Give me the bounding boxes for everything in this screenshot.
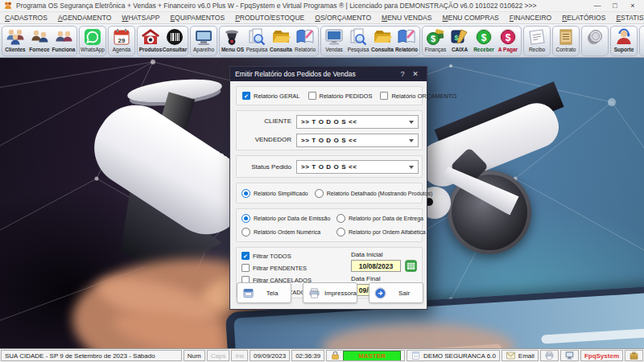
status-monitor-button[interactable]	[560, 350, 579, 361]
dialog-button[interactable]: Tela	[237, 282, 291, 303]
svg-text:$: $	[506, 31, 511, 43]
menu-item[interactable]: PRODUTO/ESTOQUE	[235, 14, 304, 22]
data-inicial-field[interactable]: 10/08/2023	[351, 260, 401, 272]
format-group: Relatório Simplificado Relatório Detalha…	[236, 183, 423, 204]
staff-icon	[54, 27, 73, 47]
dialog-button[interactable]: Impressora	[303, 282, 357, 303]
dialog-help-button[interactable]: ?	[396, 70, 409, 78]
toolbar-button-label: Vendas	[325, 47, 343, 52]
menu-bar: CADASTROS AGENDAMENTO WHATSAPP EQUIPAMEN…	[0, 12, 644, 24]
format-radio[interactable]: Relatório Simplificado	[242, 189, 308, 198]
status-printer-button[interactable]	[540, 350, 559, 361]
cliente-combobox[interactable]: >> T O D O S <<	[296, 115, 419, 129]
toolbar-button-label: Consulta	[371, 47, 394, 52]
vendedor-label: VENDEDOR	[242, 136, 291, 143]
toolbar-button-products[interactable]: Produtos	[138, 27, 163, 52]
toolbar-button-search-doc[interactable]: Pesquisa	[346, 27, 370, 52]
toolbar-button-label: Pesquisa	[348, 47, 369, 52]
supplier-icon	[30, 27, 49, 47]
dialog-button[interactable]: Sair	[369, 282, 423, 303]
status-filter-checkbox[interactable]: Filtrar TODOS	[242, 252, 312, 260]
status-date: 09/09/2023	[250, 350, 290, 361]
status-num-lock: Num	[184, 350, 205, 361]
toolbar-button-staff[interactable]: Funciona	[52, 27, 76, 52]
svg-text:$: $	[481, 31, 487, 43]
toolbar-button-label: Recibo	[529, 47, 545, 52]
toolbar-button-calendar[interactable]: 29Agenda	[109, 27, 134, 52]
menu-item[interactable]: WHATSAPP	[122, 14, 159, 22]
toolbar-button-report[interactable]: Relatório	[394, 27, 419, 52]
status-pedido-combobox[interactable]: >> T O D O S <<	[296, 160, 419, 174]
status-email-button[interactable]: Email	[502, 350, 539, 361]
menu-item[interactable]: OS/ORÇAMENTO	[315, 14, 371, 22]
toolbar-button-label: Consulta	[270, 47, 292, 52]
menu-item[interactable]: FINANCEIRO	[510, 14, 551, 22]
toolbar-button-coin[interactable]	[583, 27, 607, 47]
dialog-title-bar[interactable]: Emitir Relatório dos Pedidos de Vendas ?…	[230, 67, 427, 81]
window-title: Programa OS Segurança Eletrônica + Venda…	[16, 2, 584, 10]
toolbar-button-report[interactable]: Relatório	[293, 27, 317, 52]
folder-icon	[373, 27, 392, 47]
vendedor-combobox[interactable]: >> T O D O S <<	[296, 134, 419, 147]
toolbar-button-finance[interactable]: $Finanças	[423, 27, 448, 52]
toolbar-button-label: Produtos	[139, 47, 163, 52]
menu-item[interactable]: MENU VENDAS	[382, 14, 431, 22]
toolbar-button-clients[interactable]: Clientes	[3, 27, 27, 52]
toolbar-group: ProdutosConsultar	[137, 26, 188, 56]
toolbar-button-pay[interactable]: $A Pagar	[496, 27, 520, 52]
menu-item[interactable]: MENU COMPRAS	[442, 14, 498, 22]
report-type-checkbox[interactable]: Relatório GERAL	[242, 92, 300, 100]
contract-icon	[556, 27, 576, 47]
receipt-icon	[527, 27, 547, 47]
toolbar-button-search-doc[interactable]: Pesquisa	[245, 27, 269, 52]
toolbar-button-label: Clientes	[5, 47, 25, 52]
exit-arrow-icon	[374, 287, 386, 299]
report-type-group: Relatório GERAL Relatório PEDIDOS Relató…	[236, 86, 423, 105]
menu-item[interactable]: EQUIPAMENTOS	[170, 14, 225, 22]
checkbox-icon	[242, 252, 250, 260]
maximize-button[interactable]: □	[607, 1, 623, 11]
radio-icon	[242, 228, 250, 237]
report-icon	[295, 27, 315, 47]
menu-item[interactable]: RELATÓRIOS	[562, 14, 605, 22]
menu-os-icon	[223, 27, 242, 47]
order-radio[interactable]: Relatório por Data de Emissão	[242, 214, 336, 223]
report-type-checkbox[interactable]: Relatório ORÇAMENTO	[380, 92, 456, 100]
toolbar-button-whatsapp[interactable]: WhatsApp	[80, 27, 105, 52]
receive-icon: $	[474, 27, 493, 47]
toolbar-button-support[interactable]: Suporte	[612, 27, 636, 52]
chevron-down-icon	[409, 121, 414, 124]
toolbar-button-barcode[interactable]: Consultar	[163, 27, 187, 52]
pay-icon: $	[498, 27, 518, 47]
toolbar-button-folder[interactable]: Consulta	[269, 27, 293, 52]
order-radio[interactable]: Relatório por Ordem Alfabética	[336, 228, 426, 237]
close-button[interactable]: ×	[625, 1, 641, 11]
status-brand: FpqSystem	[580, 350, 623, 361]
status-filter-checkbox[interactable]: Filtrar PENDENTES	[242, 264, 312, 272]
toolbar-button-devices[interactable]: Aparelho	[192, 27, 216, 52]
toolbar-button-folder[interactable]: Consulta	[370, 27, 394, 52]
report-type-checkbox[interactable]: Relatório PEDIDOS	[308, 92, 373, 100]
checkbox-icon	[308, 92, 316, 100]
search-doc-icon	[349, 27, 368, 47]
calendar-button[interactable]	[404, 260, 418, 272]
dialog-close-button[interactable]: ✕	[409, 70, 422, 78]
toolbar-button-receipt[interactable]: Recibo	[525, 27, 549, 52]
devices-icon	[194, 27, 213, 47]
toolbar-button-exit-door[interactable]	[641, 27, 644, 47]
search-doc-icon	[247, 27, 266, 47]
barcode-icon	[165, 27, 184, 47]
order-radio[interactable]: Relatório por Data de Entrega	[336, 214, 426, 223]
toolbar-button-cash-book[interactable]: $CAIXA	[448, 27, 472, 52]
toolbar-button-receive[interactable]: $Receber	[472, 27, 496, 52]
menu-item[interactable]: AGENDAMENTO	[58, 14, 111, 22]
minimize-button[interactable]: —	[589, 1, 605, 11]
toolbar-button-supplier[interactable]: Fornece	[27, 27, 52, 52]
toolbar-button-menu-os[interactable]: Menu OS	[221, 27, 245, 52]
toolbar-button-sales-monitor[interactable]: Vendas	[322, 27, 346, 52]
toolbar-button-contract[interactable]: Contrato	[554, 27, 578, 52]
order-radio[interactable]: Relatório Ordem Numérica	[242, 228, 336, 237]
menu-item[interactable]: CADASTROS	[5, 14, 47, 22]
menu-item[interactable]: ESTATISTICA	[616, 14, 644, 22]
format-radio[interactable]: Relatório Detalhado (Mostrando Produtos)	[315, 189, 433, 198]
